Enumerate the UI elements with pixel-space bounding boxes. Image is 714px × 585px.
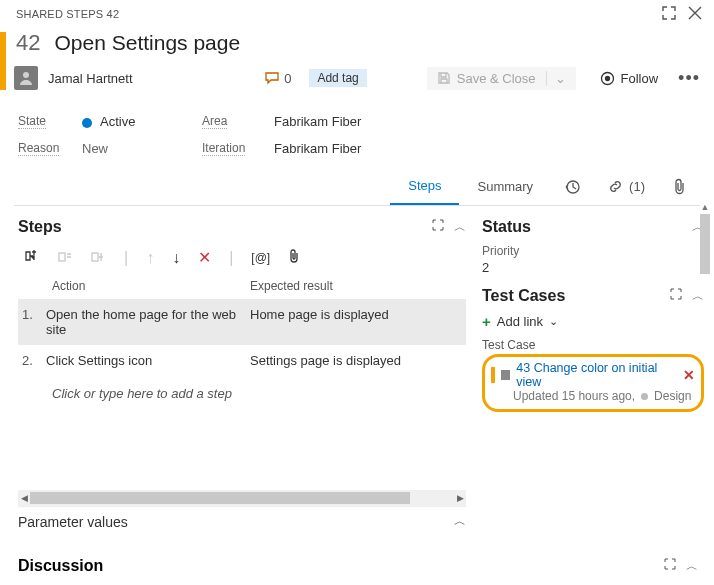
table-row[interactable]: 2. Click Settings icon Settings page is … bbox=[18, 345, 466, 376]
tab-steps[interactable]: Steps bbox=[390, 168, 459, 205]
avatar[interactable] bbox=[14, 66, 38, 90]
priority-value[interactable]: 2 bbox=[482, 260, 704, 275]
workitem-title[interactable]: Open Settings page bbox=[54, 31, 240, 55]
move-up-icon: ↑ bbox=[146, 249, 154, 267]
chevron-up-icon[interactable]: ︿ bbox=[686, 558, 698, 575]
step-number: 1. bbox=[18, 307, 46, 337]
scroll-thumb[interactable] bbox=[30, 492, 410, 504]
reason-value[interactable]: New bbox=[82, 141, 202, 156]
testcase-type-icon bbox=[501, 370, 510, 380]
separator: | bbox=[124, 249, 128, 267]
breadcrumb: SHARED STEPS 42 bbox=[16, 8, 119, 20]
add-link-label: Add link bbox=[497, 314, 543, 329]
expand-icon[interactable] bbox=[432, 219, 444, 236]
testcase-state: Design bbox=[654, 389, 691, 403]
step-number: 2. bbox=[18, 353, 46, 368]
testcases-heading: Test Cases bbox=[482, 287, 565, 305]
close-icon[interactable] bbox=[688, 6, 702, 22]
col-expected: Expected result bbox=[250, 279, 333, 293]
tab-attachments[interactable] bbox=[659, 168, 700, 205]
priority-label: Priority bbox=[482, 244, 704, 258]
remove-link-icon[interactable]: ✕ bbox=[683, 367, 695, 383]
svg-point-2 bbox=[605, 76, 609, 80]
insert-shared-icon bbox=[58, 249, 73, 267]
testcase-color-bar bbox=[491, 367, 495, 383]
testcase-label: Test Case bbox=[482, 338, 704, 352]
add-tag-button[interactable]: Add tag bbox=[309, 69, 366, 87]
insert-param-icon bbox=[91, 249, 106, 267]
area-label: Area bbox=[202, 114, 227, 129]
expand-icon[interactable] bbox=[664, 558, 676, 575]
status-heading: Status bbox=[482, 218, 531, 236]
step-expected[interactable]: Settings page is displayed bbox=[250, 353, 458, 368]
tab-links[interactable]: (1) bbox=[594, 168, 659, 205]
tab-history[interactable] bbox=[551, 168, 594, 205]
table-row[interactable]: 1. Open the home page for the web site H… bbox=[18, 299, 466, 345]
vertical-scrollbar[interactable]: ▲ bbox=[698, 200, 712, 530]
workitem-id: 42 bbox=[16, 30, 40, 56]
accent-bar bbox=[0, 32, 6, 90]
add-step-placeholder[interactable]: Click or type here to add a step bbox=[18, 376, 466, 401]
area-value[interactable]: Fabrikam Fiber bbox=[274, 114, 698, 129]
testcase-updated: Updated 15 hours ago, bbox=[513, 389, 635, 403]
step-action[interactable]: Click Settings icon bbox=[46, 353, 250, 368]
state-dot-icon bbox=[641, 393, 648, 400]
discussion-count-value: 0 bbox=[284, 71, 291, 86]
tab-links-count: (1) bbox=[629, 179, 645, 194]
testcase-link[interactable]: 43 Change color on initial view bbox=[516, 361, 677, 389]
svg-rect-5 bbox=[92, 253, 98, 261]
insert-step-icon[interactable] bbox=[24, 249, 40, 267]
steps-heading: Steps bbox=[18, 218, 62, 236]
plus-icon: + bbox=[482, 313, 491, 330]
move-down-icon[interactable]: ↓ bbox=[172, 249, 180, 267]
save-close-label: Save & Close bbox=[457, 71, 536, 86]
chevron-down-icon: ⌄ bbox=[549, 315, 558, 328]
delete-step-icon[interactable]: ✕ bbox=[198, 248, 211, 267]
testcase-card[interactable]: 43 Change color on initial view ✕ Update… bbox=[482, 354, 704, 412]
scroll-left-icon[interactable]: ◀ bbox=[18, 490, 30, 506]
chevron-down-icon: ⌄ bbox=[546, 71, 566, 86]
reason-label: Reason bbox=[18, 141, 59, 156]
save-close-button: Save & Close ⌄ bbox=[427, 67, 576, 90]
scroll-up-icon[interactable]: ▲ bbox=[698, 200, 712, 214]
follow-label: Follow bbox=[621, 71, 659, 86]
expand-icon[interactable] bbox=[670, 288, 682, 305]
horizontal-scrollbar[interactable]: ◀ ▶ bbox=[18, 490, 466, 506]
follow-button[interactable]: Follow bbox=[600, 71, 659, 86]
parameter-values-heading[interactable]: Parameter values bbox=[18, 514, 128, 530]
svg-rect-4 bbox=[59, 253, 65, 261]
svg-point-0 bbox=[23, 72, 29, 78]
state-value[interactable]: Active bbox=[82, 114, 202, 129]
state-label: State bbox=[18, 114, 46, 129]
discussion-count[interactable]: 0 bbox=[264, 71, 291, 86]
tab-summary[interactable]: Summary bbox=[459, 168, 551, 205]
add-link-button[interactable]: + Add link ⌄ bbox=[482, 313, 704, 330]
step-action[interactable]: Open the home page for the web site bbox=[46, 307, 250, 337]
assignee-name[interactable]: Jamal Hartnett bbox=[48, 71, 133, 86]
iteration-value[interactable]: Fabrikam Fiber bbox=[274, 141, 698, 156]
param-icon[interactable]: [@] bbox=[251, 251, 270, 265]
col-action: Action bbox=[52, 279, 250, 293]
chevron-up-icon[interactable]: ︿ bbox=[454, 513, 466, 530]
discussion-heading: Discussion bbox=[18, 557, 103, 575]
scroll-right-icon[interactable]: ▶ bbox=[454, 490, 466, 506]
iteration-label: Iteration bbox=[202, 141, 245, 156]
attach-icon[interactable] bbox=[288, 249, 300, 267]
separator: | bbox=[229, 249, 233, 267]
fullscreen-icon[interactable] bbox=[662, 6, 676, 22]
state-dot-icon bbox=[82, 118, 92, 128]
step-expected[interactable]: Home page is displayed bbox=[250, 307, 458, 337]
chevron-up-icon[interactable]: ︿ bbox=[454, 219, 466, 236]
more-icon[interactable]: ••• bbox=[678, 68, 700, 89]
scroll-thumb[interactable] bbox=[700, 214, 710, 274]
